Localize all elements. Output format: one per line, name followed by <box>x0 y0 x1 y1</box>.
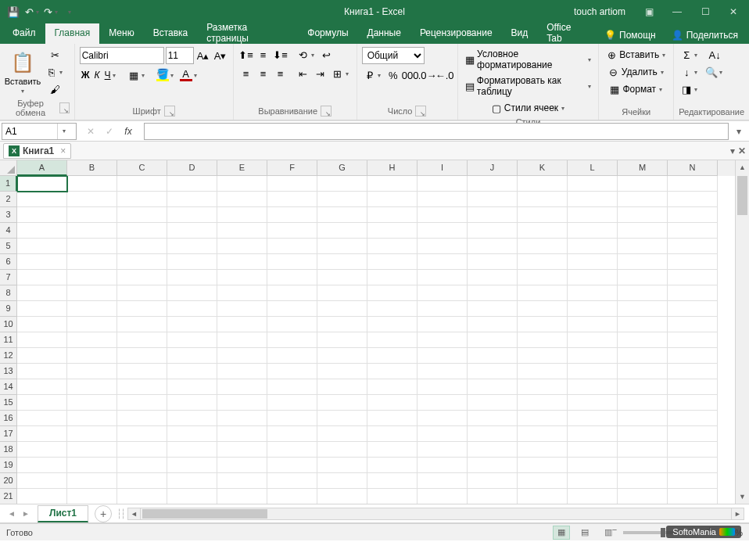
cell[interactable] <box>618 285 668 301</box>
new-sheet-button[interactable]: + <box>95 505 112 522</box>
horizontal-scrollbar[interactable]: ◄ ► <box>127 508 744 520</box>
tab-office-tab[interactable]: Office Tab <box>537 23 597 44</box>
cell[interactable] <box>317 364 367 379</box>
cell[interactable] <box>317 332 367 348</box>
cell[interactable] <box>468 270 518 285</box>
cell[interactable] <box>317 473 367 489</box>
insert-cells-button[interactable]: ⊕Вставить▾ <box>604 47 668 63</box>
cell[interactable] <box>618 442 668 458</box>
cell[interactable] <box>117 192 167 207</box>
cell[interactable] <box>167 473 217 489</box>
user-name[interactable]: touch artiom <box>574 6 625 17</box>
cell[interactable] <box>618 379 668 395</box>
column-header[interactable]: K <box>518 160 568 176</box>
wrap-text-button[interactable]: ↩ <box>319 47 335 63</box>
cell[interactable] <box>618 489 668 504</box>
scroll-right-button[interactable]: ► <box>731 508 744 519</box>
cell[interactable] <box>668 285 718 301</box>
cell[interactable] <box>217 395 267 411</box>
row-header[interactable]: 18 <box>0 442 17 458</box>
cell[interactable] <box>67 489 117 504</box>
column-header[interactable]: A <box>17 160 67 176</box>
column-header[interactable]: M <box>618 160 668 176</box>
cell[interactable] <box>668 207 718 223</box>
cell[interactable] <box>117 348 167 364</box>
column-header[interactable]: F <box>267 160 317 176</box>
column-header[interactable]: G <box>317 160 367 176</box>
font-name-combo[interactable] <box>80 47 164 64</box>
cell[interactable] <box>317 285 367 301</box>
cell[interactable] <box>668 379 718 395</box>
row-header[interactable]: 21 <box>0 489 17 504</box>
cell[interactable] <box>518 301 568 317</box>
cell[interactable] <box>518 192 568 207</box>
tab-file[interactable]: Файл <box>3 23 45 44</box>
cell[interactable] <box>468 207 518 223</box>
cell[interactable] <box>418 239 468 254</box>
cell[interactable] <box>17 223 67 239</box>
tab-view[interactable]: Вид <box>502 23 538 44</box>
row-header[interactable]: 10 <box>0 317 17 332</box>
cell[interactable] <box>167 176 217 192</box>
cell[interactable] <box>367 364 418 379</box>
row-header[interactable]: 4 <box>0 223 17 239</box>
cell[interactable] <box>618 270 668 285</box>
cell[interactable] <box>67 395 117 411</box>
column-header[interactable]: I <box>418 160 468 176</box>
redo-button[interactable]: ↷▾ <box>42 3 59 20</box>
cell[interactable] <box>418 317 468 332</box>
cell[interactable] <box>117 426 167 442</box>
cell[interactable] <box>117 223 167 239</box>
vertical-scrollbar[interactable]: ▲ ▼ <box>735 160 749 504</box>
insert-function-button[interactable]: fx <box>120 126 136 137</box>
cell[interactable] <box>468 285 518 301</box>
cell[interactable] <box>67 270 117 285</box>
cell[interactable] <box>67 364 117 379</box>
column-header[interactable]: N <box>668 160 718 176</box>
cell[interactable] <box>367 426 418 442</box>
cell[interactable] <box>568 411 618 426</box>
cell[interactable] <box>518 458 568 473</box>
row-header[interactable]: 3 <box>0 207 17 223</box>
cell[interactable] <box>17 395 67 411</box>
cell[interactable] <box>367 458 418 473</box>
cell[interactable] <box>668 411 718 426</box>
cell[interactable] <box>518 395 568 411</box>
horizontal-scroll-thumb[interactable] <box>142 509 267 519</box>
cell[interactable] <box>217 379 267 395</box>
cell[interactable] <box>167 364 217 379</box>
cell[interactable] <box>17 379 67 395</box>
cell[interactable] <box>668 364 718 379</box>
cell[interactable] <box>468 301 518 317</box>
decrease-decimal-button[interactable]: ←.0 <box>437 67 453 83</box>
cell[interactable] <box>217 270 267 285</box>
cell[interactable] <box>17 426 67 442</box>
cell[interactable] <box>618 317 668 332</box>
undo-button[interactable]: ↶▾ <box>23 3 41 20</box>
merge-button[interactable]: ⊞▾ <box>330 66 352 81</box>
row-header[interactable]: 15 <box>0 395 17 411</box>
cell[interactable] <box>267 301 317 317</box>
cell[interactable] <box>17 348 67 364</box>
percent-button[interactable]: % <box>385 67 401 83</box>
cell[interactable] <box>518 348 568 364</box>
cell[interactable] <box>418 364 468 379</box>
increase-indent-button[interactable]: ⇥ <box>313 66 328 81</box>
normal-view-button[interactable]: ▦ <box>553 526 570 540</box>
cell[interactable] <box>167 489 217 504</box>
cell[interactable] <box>518 317 568 332</box>
align-middle-button[interactable]: ≡ <box>256 47 271 63</box>
cell[interactable] <box>468 223 518 239</box>
cell[interactable] <box>267 426 317 442</box>
format-cells-button[interactable]: ▦Формат▾ <box>604 81 668 97</box>
cell[interactable] <box>17 458 67 473</box>
ribbon-display-options[interactable]: ▣ <box>636 1 661 23</box>
zoom-slider[interactable] <box>623 531 701 534</box>
scroll-down-button[interactable]: ▼ <box>736 490 749 504</box>
comma-button[interactable]: 000 <box>403 67 418 83</box>
cell[interactable] <box>367 317 418 332</box>
cell[interactable] <box>67 411 117 426</box>
cell[interactable] <box>167 254 217 270</box>
cell[interactable] <box>267 192 317 207</box>
row-header[interactable]: 5 <box>0 239 17 254</box>
